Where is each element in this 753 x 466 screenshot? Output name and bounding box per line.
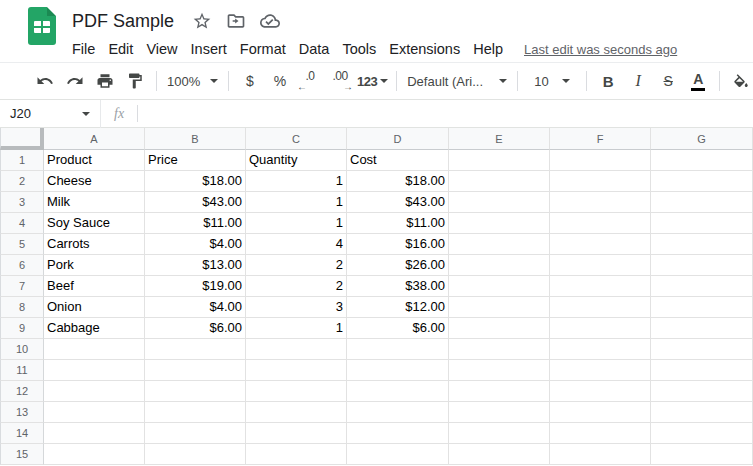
cell-F11[interactable] — [550, 360, 651, 381]
menu-help[interactable]: Help — [473, 41, 503, 57]
row-header-12[interactable]: 12 — [0, 381, 44, 402]
cell-G7[interactable] — [651, 276, 753, 297]
cell-E5[interactable] — [449, 234, 550, 255]
increase-decimal-button[interactable]: .00 → — [327, 68, 353, 94]
cell-A7[interactable]: Beef — [44, 276, 145, 297]
cell-B9[interactable]: $6.00 — [145, 318, 246, 339]
cell-G12[interactable] — [651, 381, 753, 402]
cell-G11[interactable] — [651, 360, 753, 381]
cell-D11[interactable] — [347, 360, 449, 381]
cell-D8[interactable]: $12.00 — [347, 297, 449, 318]
cell-F8[interactable] — [550, 297, 651, 318]
cell-D3[interactable]: $43.00 — [347, 192, 449, 213]
cell-G8[interactable] — [651, 297, 753, 318]
cell-B14[interactable] — [145, 423, 246, 444]
cell-D1[interactable]: Cost — [347, 150, 449, 171]
select-all-corner[interactable] — [0, 128, 44, 150]
cell-C9[interactable]: 1 — [246, 318, 347, 339]
paint-format-button[interactable] — [122, 68, 148, 94]
cell-A11[interactable] — [44, 360, 145, 381]
cell-E2[interactable] — [449, 171, 550, 192]
cell-B13[interactable] — [145, 402, 246, 423]
cell-A12[interactable] — [44, 381, 145, 402]
document-title[interactable]: PDF Sample — [72, 11, 174, 32]
cell-A10[interactable] — [44, 339, 145, 360]
cell-G4[interactable] — [651, 213, 753, 234]
cell-B4[interactable]: $11.00 — [145, 213, 246, 234]
cell-G10[interactable] — [651, 339, 753, 360]
cell-C15[interactable] — [246, 444, 347, 465]
cell-C5[interactable]: 4 — [246, 234, 347, 255]
menu-insert[interactable]: Insert — [191, 41, 227, 57]
cell-D6[interactable]: $26.00 — [347, 255, 449, 276]
cell-B5[interactable]: $4.00 — [145, 234, 246, 255]
menu-tools[interactable]: Tools — [342, 41, 376, 57]
cell-A14[interactable] — [44, 423, 145, 444]
cell-E9[interactable] — [449, 318, 550, 339]
cell-E15[interactable] — [449, 444, 550, 465]
star-icon[interactable] — [192, 11, 212, 31]
menu-format[interactable]: Format — [240, 41, 286, 57]
cell-B8[interactable]: $4.00 — [145, 297, 246, 318]
cell-F4[interactable] — [550, 213, 651, 234]
cell-C7[interactable]: 2 — [246, 276, 347, 297]
cell-F7[interactable] — [550, 276, 651, 297]
cell-E12[interactable] — [449, 381, 550, 402]
cell-A1[interactable]: Product — [44, 150, 145, 171]
cell-F12[interactable] — [550, 381, 651, 402]
cell-A3[interactable]: Milk — [44, 192, 145, 213]
sheets-logo[interactable] — [28, 7, 56, 45]
text-color-button[interactable]: A — [685, 68, 711, 94]
row-header-1[interactable]: 1 — [0, 150, 44, 171]
font-family-select[interactable]: Default (Ari... — [407, 68, 507, 94]
menu-file[interactable]: File — [72, 41, 95, 57]
cell-E8[interactable] — [449, 297, 550, 318]
cell-B10[interactable] — [145, 339, 246, 360]
cell-E1[interactable] — [449, 150, 550, 171]
row-header-10[interactable]: 10 — [0, 339, 44, 360]
cell-G9[interactable] — [651, 318, 753, 339]
cell-A9[interactable]: Cabbage — [44, 318, 145, 339]
fill-color-button[interactable] — [728, 68, 753, 94]
cell-G14[interactable] — [651, 423, 753, 444]
cell-F6[interactable] — [550, 255, 651, 276]
cell-B6[interactable]: $13.00 — [145, 255, 246, 276]
cell-B3[interactable]: $43.00 — [145, 192, 246, 213]
cell-E14[interactable] — [449, 423, 550, 444]
decrease-decimal-button[interactable]: .0 ← — [297, 68, 323, 94]
column-header-F[interactable]: F — [550, 128, 651, 150]
format-percent-button[interactable]: % — [267, 68, 293, 94]
cell-A15[interactable] — [44, 444, 145, 465]
format-currency-button[interactable]: $ — [237, 68, 263, 94]
cell-A2[interactable]: Cheese — [44, 171, 145, 192]
column-header-B[interactable]: B — [145, 128, 246, 150]
menu-view[interactable]: View — [146, 41, 177, 57]
cell-G5[interactable] — [651, 234, 753, 255]
cell-G6[interactable] — [651, 255, 753, 276]
cell-E4[interactable] — [449, 213, 550, 234]
strikethrough-button[interactable]: S — [655, 68, 681, 94]
cell-C14[interactable] — [246, 423, 347, 444]
cell-B15[interactable] — [145, 444, 246, 465]
font-size-select[interactable]: 10 — [528, 68, 576, 94]
undo-button[interactable] — [32, 68, 58, 94]
cell-F14[interactable] — [550, 423, 651, 444]
cell-F13[interactable] — [550, 402, 651, 423]
name-box[interactable]: J20 — [0, 100, 100, 127]
column-header-D[interactable]: D — [347, 128, 449, 150]
cell-D13[interactable] — [347, 402, 449, 423]
row-header-7[interactable]: 7 — [0, 276, 44, 297]
cell-E6[interactable] — [449, 255, 550, 276]
row-header-15[interactable]: 15 — [0, 444, 44, 465]
print-button[interactable] — [92, 68, 118, 94]
cell-G3[interactable] — [651, 192, 753, 213]
last-edit-link[interactable]: Last edit was seconds ago — [524, 42, 677, 57]
row-header-2[interactable]: 2 — [0, 171, 44, 192]
column-header-C[interactable]: C — [246, 128, 347, 150]
cell-B1[interactable]: Price — [145, 150, 246, 171]
redo-button[interactable] — [62, 68, 88, 94]
cell-C11[interactable] — [246, 360, 347, 381]
row-header-4[interactable]: 4 — [0, 213, 44, 234]
cell-D7[interactable]: $38.00 — [347, 276, 449, 297]
cell-C10[interactable] — [246, 339, 347, 360]
